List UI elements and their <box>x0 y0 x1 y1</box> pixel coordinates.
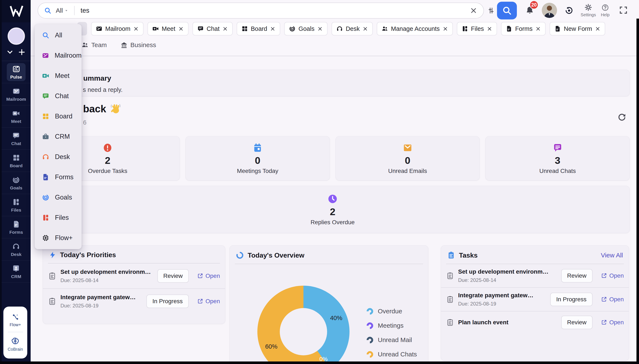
close-icon[interactable] <box>362 26 368 32</box>
dropdown-item-mailroom[interactable]: Mailroom <box>35 46 82 66</box>
dropdown-item-forms[interactable]: Forms <box>35 167 82 187</box>
stat-label: Unread Chats <box>539 168 576 174</box>
dropdown-item-goals[interactable]: Goals <box>35 187 82 208</box>
tab-meet[interactable]: Meet <box>148 22 188 36</box>
overview-donut-chart[interactable] <box>257 286 350 364</box>
open-external-icon <box>601 296 607 302</box>
sidebar-item-pulse[interactable]: Pulse <box>2 61 31 83</box>
task-open-link[interactable]: Open <box>601 319 624 326</box>
sidebar-item-crm[interactable]: CRM <box>2 260 31 283</box>
search-scope-dropdown: All Mailroom Meet Chat Board CRM Desk Fo… <box>35 24 82 249</box>
stat-card-unread-chats[interactable]: 3 Unread Chats <box>485 136 630 180</box>
tab-board[interactable]: Board <box>237 22 280 36</box>
close-icon[interactable] <box>443 26 448 32</box>
tab-files[interactable]: Files <box>457 22 497 36</box>
workspace-avatar[interactable] <box>8 28 25 45</box>
priority-task-row: Set up development environm…Due: 2025-08… <box>43 264 225 288</box>
tab-chat[interactable]: Chat <box>192 22 233 36</box>
task-open-link[interactable]: Open <box>601 272 624 279</box>
stat-card-unread-emails[interactable]: 0 Unread Emails <box>336 136 480 180</box>
sidebar-item-chat[interactable]: Chat <box>2 128 31 150</box>
search-filters-button[interactable] <box>487 7 495 14</box>
task-open-link[interactable]: Open <box>601 296 624 303</box>
open-label: Open <box>206 298 220 305</box>
welcome-text-fragment: back <box>83 103 106 115</box>
close-icon[interactable] <box>270 26 275 32</box>
close-icon[interactable] <box>317 26 323 32</box>
replies-overdue-card[interactable]: 2 Replies Overdue <box>36 186 630 233</box>
overview-header: Today's Overview <box>230 246 428 264</box>
sidebar-item-desk[interactable]: Desk <box>2 238 31 260</box>
clear-search-button[interactable] <box>470 6 478 14</box>
dropdown-item-meet[interactable]: Meet <box>35 66 82 86</box>
sidebar-item-mailroom[interactable]: Mailroom <box>2 83 31 105</box>
task-open-link[interactable]: Open <box>197 272 220 279</box>
dropdown-label: Goals <box>55 194 72 201</box>
search-input[interactable]: tes <box>81 7 89 14</box>
tab-label: Chat <box>207 25 220 32</box>
scrollbar-gutter[interactable] <box>631 18 636 362</box>
view-all-link[interactable]: View All <box>601 252 623 259</box>
stat-card-meetings-today[interactable]: 0 Meetings Today <box>186 136 330 180</box>
fullscreen-button[interactable] <box>619 6 628 15</box>
task-status-button[interactable]: Review <box>561 269 592 282</box>
task-open-link[interactable]: Open <box>197 298 220 305</box>
close-icon[interactable] <box>222 26 228 32</box>
calendar-icon <box>252 142 263 153</box>
scope-team[interactable]: Team <box>81 42 107 48</box>
dropdown-item-all[interactable]: All <box>35 25 82 46</box>
settings-button[interactable]: Settings <box>579 4 597 17</box>
sidebar-item-cobrain[interactable]: CoBrain <box>8 336 23 352</box>
donut-label-40: 40% <box>330 314 342 322</box>
priority-task-row: Integrate payment gatew…Due: 2025-08-19 … <box>43 288 225 314</box>
tab-new-form[interactable]: New Form <box>550 22 605 36</box>
waving-hand-icon <box>109 103 121 115</box>
sidebar-item-label: Forms <box>9 230 23 235</box>
user-avatar[interactable] <box>542 3 557 18</box>
stat-label: Unread Emails <box>388 168 427 174</box>
dropdown-item-board[interactable]: Board <box>35 106 82 126</box>
dropdown-item-chat[interactable]: Chat <box>35 86 82 106</box>
user-photo <box>542 3 557 18</box>
dropdown-item-desk[interactable]: Desk <box>35 147 82 167</box>
tab-manage-accounts[interactable]: Manage Accounts <box>377 22 453 36</box>
board-grid-icon <box>12 154 20 162</box>
global-search-bar[interactable]: All tes <box>38 2 484 18</box>
help-button[interactable]: Help <box>597 4 613 17</box>
task-status-button[interactable]: In Progress <box>550 293 592 306</box>
app-logo[interactable] <box>2 0 31 22</box>
caret-down-icon[interactable] <box>64 8 69 13</box>
sidebar-item-files[interactable]: Files <box>2 194 31 216</box>
dropdown-item-files[interactable]: Files <box>35 208 82 228</box>
open-label: Open <box>609 319 624 326</box>
tab-goals[interactable]: Goals <box>284 22 328 36</box>
tab-desk[interactable]: Desk <box>332 22 373 36</box>
close-icon[interactable] <box>133 26 139 32</box>
target-icon <box>42 194 50 201</box>
task-status-button[interactable]: In Progress <box>146 294 188 308</box>
workspace-switcher-chevron[interactable] <box>6 48 14 56</box>
sidebar-item-flow-plus[interactable]: Flow+ <box>10 313 21 327</box>
close-icon[interactable] <box>178 26 184 32</box>
tab-forms[interactable]: Forms <box>501 22 546 36</box>
tab-mailroom[interactable]: Mailroom <box>91 22 143 36</box>
task-status-button[interactable]: Review <box>157 269 189 283</box>
close-icon[interactable] <box>487 26 492 32</box>
close-icon[interactable] <box>595 26 600 32</box>
sidebar-item-meet[interactable]: Meet <box>2 105 31 128</box>
history-restore-button[interactable] <box>565 6 573 15</box>
sidebar-item-board[interactable]: Board <box>2 150 31 172</box>
scope-business[interactable]: Business <box>120 42 156 48</box>
pulse-icon <box>12 65 20 73</box>
sidebar-item-goals[interactable]: Goals <box>2 172 31 194</box>
dropdown-item-crm[interactable]: CRM <box>35 126 82 147</box>
task-status-button[interactable]: Review <box>561 316 592 329</box>
add-workspace-button[interactable] <box>18 48 26 56</box>
search-submit-button[interactable] <box>497 2 517 20</box>
welcome-heading: back <box>83 103 121 115</box>
search-scope-selector[interactable]: All <box>56 7 63 14</box>
dropdown-item-flow-plus[interactable]: Flow+ <box>35 228 82 248</box>
sidebar-item-forms[interactable]: Forms <box>2 216 31 238</box>
close-icon[interactable] <box>535 26 541 32</box>
refresh-button[interactable] <box>617 112 627 122</box>
